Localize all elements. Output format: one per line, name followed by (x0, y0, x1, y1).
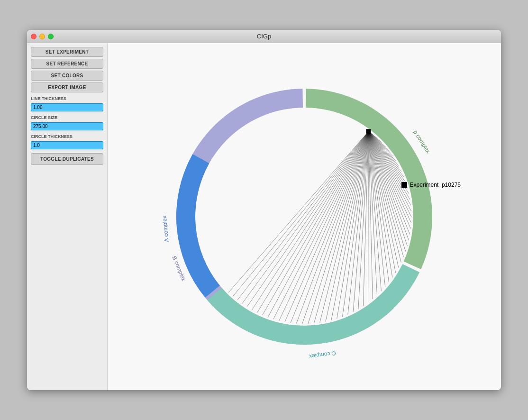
traffic-lights (31, 34, 54, 39)
app-window: CIGp SET EXPERIMENT SET REFERENCE SET CO… (27, 30, 501, 390)
circle-thickness-input[interactable] (31, 141, 103, 149)
line-thickness-label: LINE THICKNESS (31, 96, 103, 101)
tooltip-label: Experiment_p10275 (401, 182, 461, 188)
minimize-button[interactable] (39, 34, 45, 39)
main-visualization-area: Experiment_p10275 (108, 43, 501, 390)
chart-container: Experiment_p10275 (157, 70, 451, 364)
tooltip-square-icon (401, 182, 407, 188)
set-experiment-button[interactable]: SET EXPERIMENT (31, 47, 103, 57)
line-thickness-input[interactable] (31, 103, 103, 111)
circle-size-input[interactable] (31, 122, 103, 130)
circle-size-label: CIRCLE SIZE (31, 115, 103, 120)
circle-thickness-label: CIRCLE THICKNESS (31, 134, 103, 139)
window-title: CIGp (257, 33, 271, 40)
export-image-button[interactable]: EXPORT IMAGE (31, 82, 103, 92)
sidebar: SET EXPERIMENT SET REFERENCE SET COLORS … (27, 43, 108, 390)
visualization-canvas[interactable] (157, 70, 451, 364)
set-colors-button[interactable]: SET COLORS (31, 71, 103, 81)
toggle-duplicates-button[interactable]: TOGGLE DUPLICATES (31, 153, 103, 165)
content-area: SET EXPERIMENT SET REFERENCE SET COLORS … (27, 43, 501, 390)
maximize-button[interactable] (48, 34, 54, 39)
tooltip-text: Experiment_p10275 (410, 182, 461, 188)
close-button[interactable] (31, 34, 36, 39)
set-reference-button[interactable]: SET REFERENCE (31, 59, 103, 69)
title-bar: CIGp (27, 30, 501, 43)
